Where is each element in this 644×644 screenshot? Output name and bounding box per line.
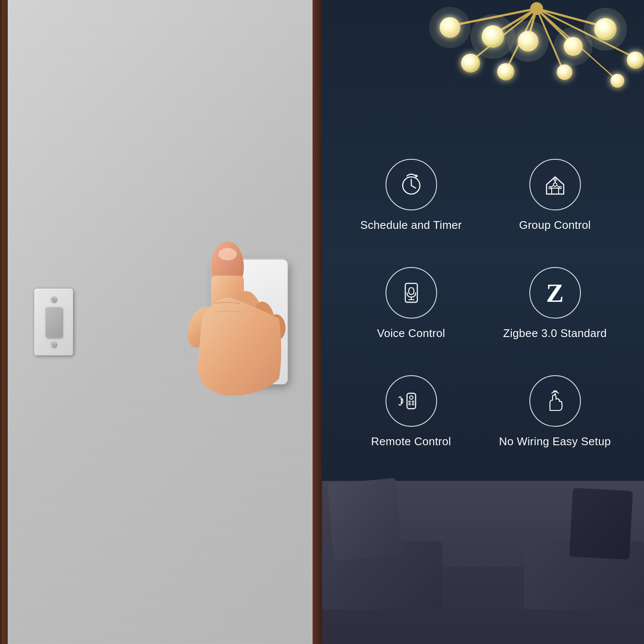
ceiling-fixture-svg: [322, 0, 644, 172]
right-panel: Schedule and Timer: [322, 0, 644, 644]
svg-rect-53: [409, 404, 410, 405]
no-wiring-icon: [542, 388, 568, 414]
left-panel: [0, 0, 322, 644]
nowiring-icon-circle: [529, 375, 581, 427]
pillow-left: [327, 478, 402, 561]
ceiling-fixture: [322, 0, 644, 172]
toggle-switch-plate: [34, 289, 73, 355]
feature-item-zigbee: Z Zigbee 3.0 Standard: [492, 267, 618, 341]
svg-point-44: [559, 187, 561, 189]
sofa: [322, 481, 644, 644]
svg-point-32: [429, 7, 471, 48]
svg-rect-54: [412, 404, 414, 405]
group-icon-circle: [529, 159, 581, 210]
remote-icon-circle: [386, 375, 437, 427]
wood-frame-right: [313, 0, 322, 644]
svg-rect-51: [409, 401, 410, 402]
group-control-label: Group Control: [519, 218, 591, 233]
features-grid: Schedule and Timer: [322, 159, 644, 449]
pillow-right: [569, 488, 633, 559]
zigbee-label: Zigbee 3.0 Standard: [503, 326, 607, 341]
svg-point-40: [554, 179, 556, 181]
wood-frame-left: [0, 0, 8, 644]
group-control-icon: [542, 172, 568, 197]
feature-item-group: Group Control: [492, 159, 618, 233]
sofa-area: [322, 429, 644, 644]
svg-marker-36: [416, 174, 418, 178]
svg-point-29: [554, 27, 592, 66]
svg-point-42: [549, 187, 551, 189]
schedule-icon-circle: [386, 159, 437, 210]
toggle-switch-container: [34, 289, 73, 355]
svg-point-38: [553, 183, 557, 186]
no-wiring-label: No Wiring Easy Setup: [499, 434, 611, 449]
zigbee-z-letter: Z: [546, 279, 564, 306]
svg-point-50: [410, 396, 413, 399]
finger-container: [176, 233, 296, 406]
remote-control-label: Remote Control: [371, 434, 451, 449]
svg-line-35: [411, 185, 416, 188]
feature-item-nowiring: No Wiring Easy Setup: [492, 375, 618, 449]
screw-top: [51, 297, 57, 303]
svg-point-20: [627, 52, 644, 69]
svg-rect-37: [552, 188, 559, 194]
svg-point-24: [497, 63, 514, 80]
feature-item-schedule: Schedule and Timer: [348, 159, 474, 233]
svg-point-31: [471, 14, 515, 59]
svg-rect-46: [409, 288, 414, 295]
voice-icon-circle: [386, 267, 437, 319]
voice-control-icon: [398, 280, 424, 306]
smart-switch-container: [213, 260, 288, 384]
svg-rect-52: [412, 401, 414, 402]
svg-point-6: [218, 248, 237, 261]
svg-point-23: [557, 64, 572, 80]
svg-point-25: [611, 74, 624, 88]
voice-control-label: Voice Control: [377, 326, 445, 341]
screw-bottom: [51, 342, 57, 348]
feature-item-voice: Voice Control: [348, 267, 474, 341]
finger-svg: [176, 233, 296, 404]
svg-point-26: [461, 54, 480, 73]
schedule-timer-icon: [398, 172, 424, 197]
zigbee-icon-circle: Z: [529, 267, 581, 319]
toggle-lever: [46, 307, 62, 337]
schedule-timer-label: Schedule and Timer: [360, 218, 462, 233]
svg-point-55: [554, 393, 556, 395]
feature-item-remote: Remote Control: [348, 375, 474, 449]
remote-control-icon: [398, 388, 424, 414]
